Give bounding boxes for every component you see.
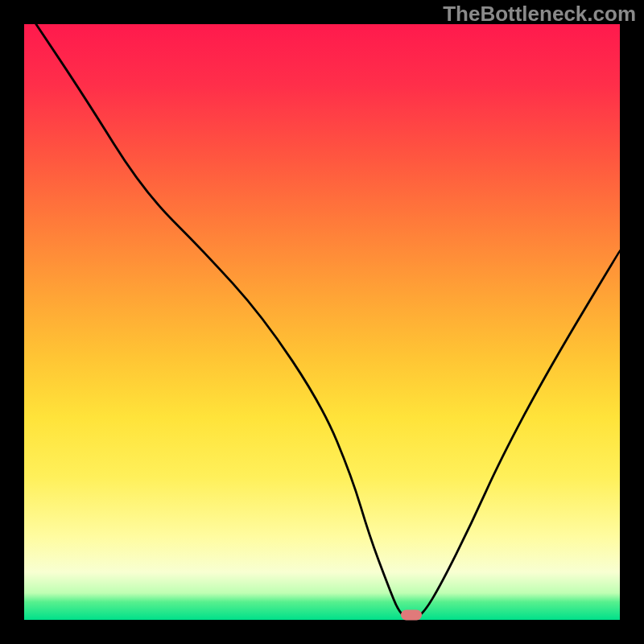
bottleneck-curve	[24, 24, 620, 620]
chart-frame: TheBottleneck.com	[0, 0, 644, 644]
plot-area	[24, 24, 620, 620]
curve-path	[36, 24, 620, 618]
optimal-marker	[401, 610, 422, 621]
watermark-text: TheBottleneck.com	[443, 2, 636, 27]
